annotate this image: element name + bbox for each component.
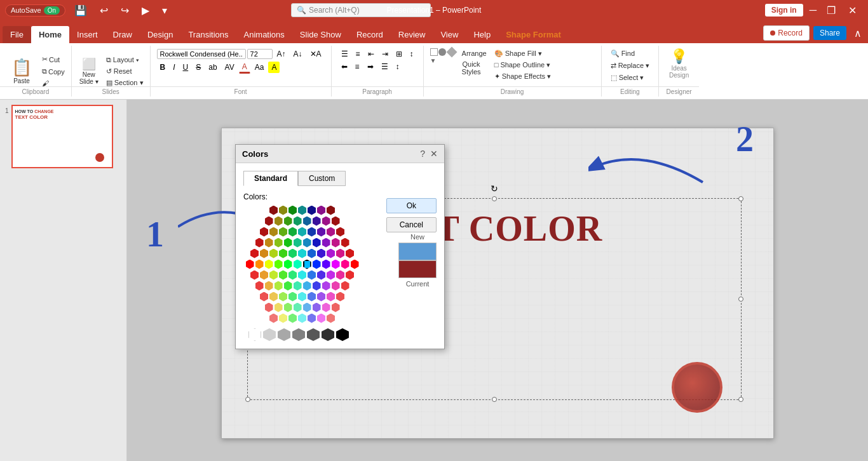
color-swatch[interactable] xyxy=(332,281,340,291)
share-button[interactable]: Share xyxy=(813,26,846,40)
color-swatch[interactable] xyxy=(341,260,349,269)
tab-transitions[interactable]: Transitions xyxy=(180,26,236,43)
layout-button[interactable]: ⧉ Layout ▾ xyxy=(104,55,146,65)
gray-swatch-white[interactable] xyxy=(248,328,261,341)
color-swatch[interactable] xyxy=(336,227,344,237)
color-swatch[interactable] xyxy=(313,281,321,291)
highlight-button[interactable]: A xyxy=(268,62,280,73)
increase-font-button[interactable]: A↑ xyxy=(274,48,289,60)
font-family-input[interactable]: Rockwell Condensed (He... xyxy=(157,49,246,59)
color-swatch[interactable] xyxy=(313,217,321,226)
color-swatch[interactable] xyxy=(336,292,344,302)
color-swatch[interactable] xyxy=(284,238,292,248)
color-swatch[interactable] xyxy=(327,271,335,280)
color-swatch[interactable] xyxy=(327,249,335,258)
shape-effects-button[interactable]: ✦ Shape Effects ▾ xyxy=(492,71,553,82)
decrease-indent-button[interactable]: ⇤ xyxy=(365,48,377,60)
bold-button[interactable]: B xyxy=(157,62,169,73)
select-button[interactable]: ⬚ Select ▾ xyxy=(608,72,652,83)
close-button[interactable]: ✕ xyxy=(842,3,863,18)
color-swatch[interactable] xyxy=(298,249,306,258)
color-swatch[interactable] xyxy=(313,238,321,248)
hex-color-wheel[interactable] xyxy=(243,205,361,323)
color-swatch[interactable] xyxy=(260,292,268,302)
dialog-cancel-button[interactable]: Cancel xyxy=(386,217,437,232)
color-swatch[interactable] xyxy=(279,227,287,237)
tab-file[interactable]: File xyxy=(3,26,31,43)
shape-diamond[interactable] xyxy=(446,47,457,58)
columns-button[interactable]: ⊞ xyxy=(393,48,405,60)
gray-swatch-3[interactable] xyxy=(292,328,305,341)
color-swatch[interactable] xyxy=(332,238,340,248)
color-swatch[interactable] xyxy=(288,249,297,258)
color-swatch[interactable] xyxy=(313,260,321,269)
color-swatch[interactable] xyxy=(351,260,359,269)
color-swatch[interactable] xyxy=(250,249,259,258)
gray-swatch-4[interactable] xyxy=(307,328,320,341)
more-shapes[interactable]: ▼ xyxy=(430,57,437,64)
color-swatch[interactable] xyxy=(303,281,311,291)
underline-button[interactable]: U xyxy=(180,62,192,73)
color-swatch[interactable] xyxy=(317,292,325,302)
autosave-toggle[interactable]: On xyxy=(44,6,60,15)
color-swatch[interactable] xyxy=(255,260,264,269)
color-swatch[interactable] xyxy=(327,206,335,215)
color-swatch[interactable] xyxy=(322,281,330,291)
align-right-button[interactable]: ➡ xyxy=(364,61,377,72)
shadow-button[interactable]: ab xyxy=(205,62,220,73)
handle-right[interactable] xyxy=(738,297,743,302)
color-swatch[interactable] xyxy=(341,281,349,291)
color-swatch[interactable] xyxy=(322,217,330,226)
tab-record[interactable]: Record xyxy=(349,26,391,43)
color-swatch[interactable] xyxy=(317,314,325,323)
color-swatch[interactable] xyxy=(260,227,268,237)
color-swatch[interactable] xyxy=(284,260,292,269)
color-swatch[interactable] xyxy=(284,281,292,291)
color-swatch[interactable] xyxy=(288,292,297,302)
color-swatch[interactable] xyxy=(265,303,273,312)
cut-button[interactable]: ✂ Cut xyxy=(39,54,67,65)
color-swatch[interactable] xyxy=(308,292,316,302)
color-swatch[interactable] xyxy=(294,281,302,291)
record-button[interactable]: Record xyxy=(763,25,810,41)
dialog-tab-standard[interactable]: Standard xyxy=(243,171,298,186)
color-swatch[interactable] xyxy=(284,303,292,312)
color-swatch[interactable] xyxy=(341,238,349,248)
shape-rect[interactable] xyxy=(430,48,438,56)
color-swatch[interactable] xyxy=(298,314,306,323)
color-swatch[interactable] xyxy=(246,260,254,269)
color-swatch[interactable] xyxy=(279,292,287,302)
autosave-control[interactable]: AutoSave On xyxy=(5,4,65,17)
color-swatch[interactable] xyxy=(336,249,344,258)
tab-shape-format[interactable]: Shape Format xyxy=(498,26,569,43)
color-swatch[interactable] xyxy=(265,238,273,248)
color-swatch[interactable] xyxy=(269,227,278,237)
clear-format-button[interactable]: ✕A xyxy=(307,48,325,60)
signin-button[interactable]: Sign in xyxy=(765,4,803,17)
color-swatch[interactable] xyxy=(317,271,325,280)
color-swatch[interactable] xyxy=(265,217,273,226)
color-swatch[interactable] xyxy=(313,303,321,312)
color-swatch[interactable] xyxy=(284,217,292,226)
tab-design[interactable]: Design xyxy=(140,26,180,43)
find-button[interactable]: 🔍 Find xyxy=(608,48,652,59)
color-swatch[interactable] xyxy=(327,292,335,302)
color-swatch[interactable] xyxy=(308,271,316,280)
reset-button[interactable]: ↺ Reset xyxy=(104,66,146,77)
slide-thumbnail[interactable]: HOW TO CHANGE TEXT COLOR xyxy=(11,105,113,168)
decrease-font-button[interactable]: A↓ xyxy=(290,48,306,60)
color-swatch[interactable] xyxy=(303,260,311,269)
color-swatch[interactable] xyxy=(332,260,340,269)
color-swatch[interactable] xyxy=(308,314,316,323)
shape-circle[interactable] xyxy=(438,48,446,56)
color-swatch[interactable] xyxy=(332,217,340,226)
copy-button[interactable]: ⧉ Copy xyxy=(39,66,67,77)
color-swatch[interactable] xyxy=(269,271,278,280)
redo-button[interactable]: ↪ xyxy=(117,3,133,18)
color-swatch[interactable] xyxy=(260,249,268,258)
color-swatch[interactable] xyxy=(294,217,302,226)
italic-button[interactable]: I xyxy=(170,62,178,73)
color-swatch[interactable] xyxy=(288,227,297,237)
tab-animations[interactable]: Animations xyxy=(236,26,292,43)
shape-outline-button[interactable]: □ Shape Outline ▾ xyxy=(492,60,553,70)
